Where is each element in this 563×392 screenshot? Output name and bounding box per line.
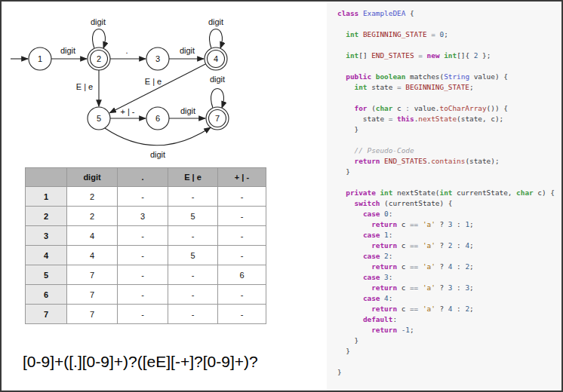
code-token: int xyxy=(380,188,392,197)
code-token: : xyxy=(452,283,465,292)
table-cell: 5 xyxy=(168,246,218,265)
table-cell: - xyxy=(118,187,168,207)
code-token: int xyxy=(346,51,358,60)
table-row: 2235- xyxy=(26,207,266,226)
code-token: char xyxy=(376,104,393,112)
table-row: 67--- xyxy=(26,285,266,305)
code-token: case xyxy=(363,273,380,281)
table-cell: - xyxy=(168,265,218,285)
code-token xyxy=(337,157,355,165)
row-header: 4 xyxy=(26,246,67,265)
code-token: : xyxy=(389,294,393,302)
code-line: return c == 'a' ? 3 : 1; xyxy=(337,219,561,230)
code-token: nextState xyxy=(418,115,457,123)
code-token: nextState( xyxy=(392,188,439,197)
state-label: 7 xyxy=(215,114,220,123)
code-line: return c == 'a' ? 4 : 2; xyxy=(337,304,561,314)
table-row: 12--- xyxy=(26,187,266,207)
code-line: state = this.nextState(state, c); xyxy=(337,114,561,124)
code-line: int BEGINNING_STATE = 0; xyxy=(337,29,561,40)
code-token: for xyxy=(355,104,368,112)
code-token: END_STATES xyxy=(371,51,414,60)
code-token: currentState, xyxy=(452,188,516,197)
code-token: c xyxy=(397,305,410,313)
code-line: case 0: xyxy=(337,209,561,219)
code-token: int xyxy=(355,83,368,91)
code-token: new xyxy=(427,51,440,60)
code-token: return xyxy=(355,157,380,165)
code-token: END_STATES xyxy=(384,157,426,165)
code-token xyxy=(337,241,371,250)
code-token: c) { xyxy=(534,188,555,197)
code-token: 'a' xyxy=(423,220,435,228)
code-token: ( xyxy=(368,104,376,112)
code-line: switch (currentState) { xyxy=(337,198,561,209)
transition-edge xyxy=(105,127,211,145)
code-token: case xyxy=(363,294,380,302)
code-token: ? xyxy=(435,283,448,292)
code-token: state xyxy=(337,115,389,123)
code-token: value. xyxy=(410,104,440,112)
code-token: : xyxy=(452,305,465,313)
state-label: 6 xyxy=(155,114,160,123)
code-token: ; xyxy=(469,262,474,271)
code-line: } xyxy=(337,335,561,346)
column-header: digit xyxy=(67,168,118,187)
column-header: . xyxy=(118,168,168,187)
transition-edge xyxy=(93,29,106,49)
code-token: } xyxy=(337,347,350,355)
code-token: class xyxy=(337,9,358,17)
edge-label: E | e xyxy=(76,82,93,91)
table-cell: - xyxy=(118,285,168,305)
row-header: 7 xyxy=(26,305,67,324)
code-token xyxy=(337,283,371,292)
code-token: default xyxy=(363,315,393,323)
table-cell: 6 xyxy=(218,265,266,285)
table-cell: 2 xyxy=(67,207,118,226)
code-token: ; xyxy=(469,305,474,313)
table-cell: - xyxy=(118,246,168,265)
code-token xyxy=(337,220,371,228)
code-line: case 3: xyxy=(337,272,561,283)
code-token: case xyxy=(363,210,380,218)
code-line: // Pseudo-Code xyxy=(337,145,561,156)
dfa-diagram: digitdigit.digitdigitE | eE | edigit+ | … xyxy=(2,2,326,166)
code-line xyxy=(337,40,561,51)
code-line: return -1; xyxy=(337,325,561,335)
code-token xyxy=(337,83,355,91)
code-line: } xyxy=(337,367,561,378)
edge-label: digit xyxy=(91,17,106,26)
code-token: int xyxy=(444,51,457,60)
edge-label: digit xyxy=(180,46,195,55)
code-token: ? xyxy=(435,241,448,250)
code-token xyxy=(337,188,346,197)
code-token: == xyxy=(410,305,418,313)
code-token: } xyxy=(337,368,342,376)
code-token xyxy=(337,30,346,38)
code-token: state xyxy=(368,83,398,91)
code-token: matches( xyxy=(405,72,444,81)
code-token: [] xyxy=(358,51,371,60)
code-token: (state, c); xyxy=(457,115,503,123)
code-line: int state = BEGINNING_STATE; xyxy=(337,82,561,93)
code-token: return xyxy=(371,326,397,334)
table-row: 44-5- xyxy=(26,246,266,265)
code-token xyxy=(337,210,363,218)
code-block: class ExampleDEA { int BEGINNING_STATE =… xyxy=(337,8,561,378)
table-cell: 7 xyxy=(67,265,118,285)
code-line: return c == 'a' ? 3 : 3; xyxy=(337,283,561,293)
table-row: 57--6 xyxy=(26,265,266,285)
code-line xyxy=(337,93,561,103)
code-token: toCharArray xyxy=(440,104,487,112)
code-token: : xyxy=(452,241,465,250)
code-line xyxy=(337,357,561,367)
code-token: return xyxy=(371,262,397,271)
code-token: 'a' xyxy=(423,283,435,292)
code-token xyxy=(337,199,355,207)
regex-text: [0-9]+([.][0-9]+)?([eE][-+]?[0-9]+)? xyxy=(23,353,258,371)
table-cell: - xyxy=(168,285,218,305)
table-cell: - xyxy=(218,226,266,246)
code-token: return xyxy=(371,305,397,313)
column-header: E | e xyxy=(168,168,218,187)
table-cell: 4 xyxy=(67,226,118,246)
